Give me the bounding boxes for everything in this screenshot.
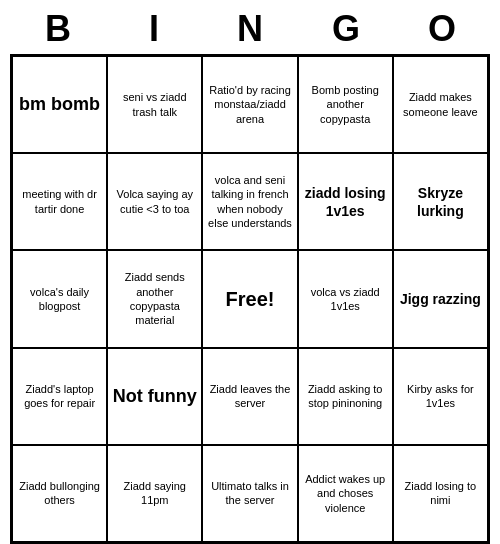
letter-i: I — [110, 8, 198, 50]
letter-g: G — [302, 8, 390, 50]
bingo-cell-4: Ziadd makes someone leave — [393, 56, 488, 153]
bingo-cell-17: Ziadd leaves the server — [202, 348, 297, 445]
bingo-cell-7: volca and seni talking in french when no… — [202, 153, 297, 250]
bingo-cell-21: Ziadd saying 11pm — [107, 445, 202, 542]
bingo-cell-18: Ziadd asking to stop pininoning — [298, 348, 393, 445]
bingo-cell-19: Kirby asks for 1v1es — [393, 348, 488, 445]
letter-o: O — [398, 8, 486, 50]
letter-b: B — [14, 8, 102, 50]
bingo-cell-10: volca's daily blogpost — [12, 250, 107, 347]
bingo-cell-20: Ziadd bullonging others — [12, 445, 107, 542]
bingo-cell-9: Skryze lurking — [393, 153, 488, 250]
letter-n: N — [206, 8, 294, 50]
bingo-cell-22: Ultimato talks in the server — [202, 445, 297, 542]
bingo-cell-15: Ziadd's laptop goes for repair — [12, 348, 107, 445]
bingo-cell-5: meeting with dr tartir done — [12, 153, 107, 250]
bingo-cell-16: Not funny — [107, 348, 202, 445]
bingo-cell-8: ziadd losing 1v1es — [298, 153, 393, 250]
bingo-cell-12: Free! — [202, 250, 297, 347]
bingo-cell-24: Ziadd losing to nimi — [393, 445, 488, 542]
bingo-cell-23: Addict wakes up and choses violence — [298, 445, 393, 542]
bingo-cell-3: Bomb posting another copypasta — [298, 56, 393, 153]
bingo-cell-11: Ziadd sends another copypasta material — [107, 250, 202, 347]
bingo-cell-14: Jigg razzing — [393, 250, 488, 347]
bingo-cell-13: volca vs ziadd 1v1es — [298, 250, 393, 347]
bingo-header: B I N G O — [10, 0, 490, 54]
bingo-cell-2: Ratio'd by racing monstaa/ziadd arena — [202, 56, 297, 153]
bingo-cell-0: bm bomb — [12, 56, 107, 153]
bingo-cell-6: Volca saying ay cutie <3 to toa — [107, 153, 202, 250]
bingo-grid: bm bombseni vs ziadd trash talkRatio'd b… — [10, 54, 490, 544]
bingo-cell-1: seni vs ziadd trash talk — [107, 56, 202, 153]
